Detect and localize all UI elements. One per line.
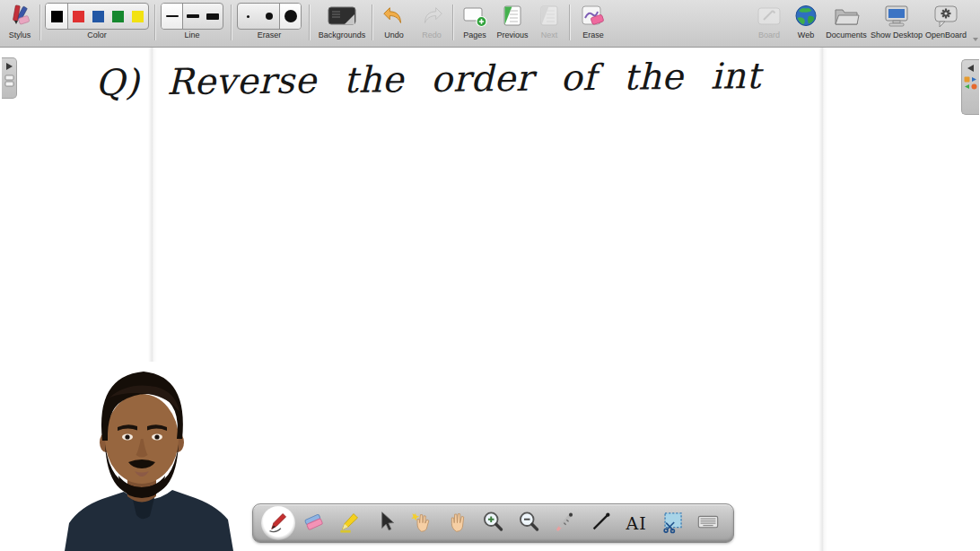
color-swatch-blue[interactable] (88, 4, 108, 29)
previous-page-label: Previous (496, 31, 528, 39)
virtual-keyboard-tool-button[interactable] (691, 506, 725, 540)
swatch-green (112, 11, 124, 22)
zoom-out-icon (517, 510, 541, 538)
color-swatch-yellow[interactable] (127, 4, 147, 29)
small-eraser-icon (247, 15, 249, 18)
color-label: Color (87, 31, 107, 39)
library-panel-icon (964, 76, 977, 93)
swatch-blue (92, 11, 104, 22)
line-width-thin[interactable] (162, 4, 183, 29)
color-swatch-red[interactable] (68, 4, 88, 29)
pen-tool-button[interactable] (261, 506, 295, 540)
zoom-out-tool-button[interactable] (512, 506, 546, 540)
board-label: Board (758, 31, 780, 39)
line-label: Line (184, 31, 199, 39)
pen-icon (266, 510, 290, 538)
selector-tool-button[interactable] (369, 506, 403, 540)
board-mode-button[interactable]: Board (749, 3, 789, 39)
zoom-in-tool-button[interactable] (476, 506, 510, 540)
pages-button[interactable]: Pages (456, 3, 494, 39)
toolbar-separator (569, 4, 571, 40)
laser-pointer-icon (553, 510, 577, 538)
cursor-arrow-icon (374, 510, 398, 537)
web-mode-button[interactable]: Web (787, 3, 825, 39)
page-edge-right (818, 48, 827, 551)
stylus-palette: AI (252, 503, 734, 543)
backgrounds-icon (327, 3, 357, 30)
capture-scissors-icon (661, 510, 685, 538)
line-width-medium[interactable] (183, 4, 203, 29)
erase-label: Erase (582, 31, 604, 39)
laser-pointer-tool-button[interactable] (547, 506, 582, 540)
line-width-thick[interactable] (203, 4, 222, 29)
eraser-size-group: Eraser (237, 3, 302, 39)
openboard-menu-button[interactable]: OpenBoard (921, 3, 971, 39)
eraser-size-large[interactable] (279, 4, 301, 29)
right-drawer-tab[interactable] (961, 59, 979, 115)
undo-button[interactable]: Undo (374, 3, 414, 39)
documents-label: Documents (826, 31, 867, 39)
pages-label: Pages (463, 31, 486, 39)
play-interact-tool-button[interactable] (405, 506, 439, 540)
backgrounds-label: Backgrounds (319, 31, 366, 39)
expand-right-icon (6, 63, 13, 70)
toolbar-separator (39, 4, 41, 40)
web-globe-icon (793, 3, 818, 30)
magic-finger-icon (409, 510, 433, 538)
large-eraser-icon (284, 10, 297, 22)
show-desktop-label: Show Desktop (871, 31, 923, 39)
redo-label: Redo (422, 31, 442, 39)
openboard-window: Stylus Color (0, 0, 980, 551)
erase-icon (580, 3, 607, 30)
pages-panel-icon (4, 74, 14, 91)
openboard-label: OpenBoard (925, 31, 967, 39)
whiteboard-canvas[interactable]: Q) Reverse the order of the int (0, 48, 980, 551)
show-desktop-button[interactable]: Show Desktop (867, 3, 926, 39)
pan-hand-tool-button[interactable] (441, 506, 475, 540)
documents-folder-icon (833, 3, 860, 30)
next-page-label: Next (541, 31, 558, 39)
previous-page-icon (501, 3, 524, 30)
eraser-size-small[interactable] (238, 4, 258, 29)
text-tool-button[interactable]: AI (619, 506, 653, 540)
toolbar-separator (309, 4, 311, 40)
redo-icon (419, 3, 444, 30)
left-drawer-tab[interactable] (2, 57, 17, 99)
zoom-in-icon (481, 510, 505, 538)
stylus-button[interactable]: Stylus (2, 3, 38, 39)
eraser-tool-button[interactable] (297, 506, 331, 540)
web-label: Web (798, 31, 814, 39)
redo-button[interactable]: Redo (412, 3, 451, 39)
erase-button[interactable]: Erase (573, 3, 614, 39)
toolbar-separator (231, 4, 232, 40)
color-swatch-black[interactable] (46, 4, 68, 29)
thin-line-icon (166, 15, 179, 17)
hand-icon (445, 510, 469, 538)
eraser-size-medium[interactable] (258, 4, 279, 29)
toolbar-overflow-arrow[interactable] (973, 38, 978, 41)
openboard-gear-icon (932, 3, 959, 30)
color-swatch-green[interactable] (108, 4, 127, 29)
next-page-button[interactable]: Next (532, 3, 566, 39)
highlighter-tool-button[interactable] (333, 506, 367, 540)
line-tool-button[interactable] (583, 506, 617, 540)
backgrounds-button[interactable]: Backgrounds (313, 3, 371, 39)
previous-page-button[interactable]: Previous (492, 3, 533, 39)
thick-line-icon (206, 13, 219, 20)
highlighter-icon (337, 510, 362, 538)
stylus-icon (6, 3, 33, 30)
next-page-icon (538, 3, 561, 30)
undo-icon (381, 3, 407, 30)
swatch-black (51, 11, 63, 22)
swatch-red (73, 11, 84, 22)
eraser-label: Eraser (258, 31, 282, 39)
handwritten-ink-text: Q) Reverse the order of the int (95, 55, 761, 103)
toolbar-separator (372, 4, 373, 40)
toolbar-separator (154, 4, 156, 40)
top-toolbar: Stylus Color (0, 0, 980, 48)
line-icon (589, 510, 613, 538)
expand-left-icon (967, 65, 974, 72)
capture-tool-button[interactable] (655, 506, 689, 540)
swatch-yellow (132, 11, 144, 22)
documents-button[interactable]: Documents (822, 3, 871, 39)
